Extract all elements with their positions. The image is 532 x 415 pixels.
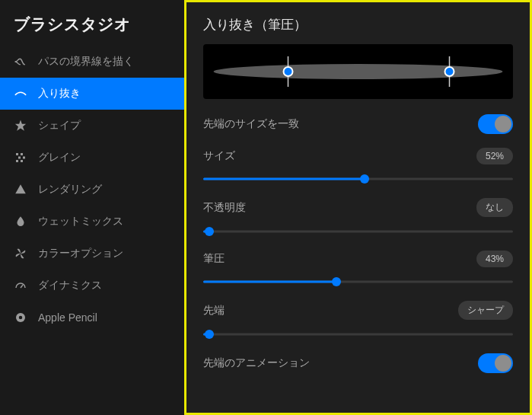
svg-rect-1	[21, 153, 23, 155]
sidebar-item-dynamics[interactable]: ダイナミクス	[0, 270, 184, 302]
sidebar-item-label: ウェットミックス	[38, 215, 123, 228]
toggle-knob	[495, 116, 511, 132]
sidebar-item-stroke-path[interactable]: パスの境界線を描く	[0, 46, 184, 78]
sidebar-item-rendering[interactable]: レンダリング	[0, 174, 184, 206]
size-slider[interactable]	[203, 168, 513, 190]
panel-title: 入り抜き（筆圧）	[203, 16, 513, 34]
sidebar-item-color-options[interactable]: カラーオプション	[0, 238, 184, 270]
size-label: サイズ	[203, 149, 235, 163]
toggle-knob	[495, 355, 511, 372]
row-match-tips: 先端のサイズを一致	[203, 114, 513, 134]
row-opacity: 不透明度 なし	[203, 198, 513, 217]
svg-rect-0	[16, 153, 18, 155]
sidebar-item-shape[interactable]: シェイプ	[0, 110, 184, 142]
svg-rect-2	[18, 157, 21, 159]
tip-value-badge: シャープ	[458, 301, 513, 320]
sidebar: ブラシスタジオ パスの境界線を描く 入り抜き シェイプ グレイン	[0, 0, 184, 415]
sidebar-nav: パスの境界線を描く 入り抜き シェイプ グレイン レンダリング	[0, 46, 184, 415]
taper-preview[interactable]	[203, 44, 513, 99]
opacity-value-badge: なし	[476, 198, 513, 217]
match-tips-toggle[interactable]	[478, 114, 513, 134]
content-panel: 入り抜き（筆圧） 先端のサイズを一致 サイズ 52% 不透明度 なし	[184, 0, 532, 415]
svg-point-7	[19, 316, 23, 320]
pressure-slider[interactable]	[203, 270, 513, 293]
sidebar-item-apple-pencil[interactable]: Apple Pencil	[0, 302, 184, 334]
tip-label: 先端	[203, 304, 225, 318]
sidebar-item-label: 入り抜き	[38, 87, 81, 101]
stroke-path-icon	[14, 55, 27, 69]
svg-rect-4	[16, 160, 18, 162]
sidebar-item-label: Apple Pencil	[38, 311, 97, 324]
sidebar-item-taper[interactable]: 入り抜き	[0, 78, 184, 110]
sidebar-item-label: カラーオプション	[38, 247, 123, 260]
grain-icon	[14, 151, 27, 164]
row-pressure: 筆圧 43%	[203, 251, 513, 267]
sidebar-item-label: レンダリング	[38, 183, 102, 196]
rendering-icon	[14, 183, 27, 196]
svg-rect-5	[21, 160, 23, 162]
opacity-label: 不透明度	[203, 201, 246, 215]
sidebar-item-label: シェイプ	[38, 119, 81, 132]
pressure-label: 筆圧	[203, 252, 225, 266]
opacity-slider[interactable]	[203, 220, 513, 243]
pressure-value-badge: 43%	[476, 251, 513, 267]
svg-rect-3	[23, 157, 25, 159]
svg-point-10	[284, 67, 293, 76]
sidebar-item-label: グレイン	[38, 151, 81, 164]
svg-point-12	[445, 67, 454, 76]
sidebar-item-grain[interactable]: グレイン	[0, 142, 184, 174]
match-tips-label: 先端のサイズを一致	[203, 117, 299, 131]
tip-slider[interactable]	[203, 323, 513, 346]
sidebar-title: ブラシスタジオ	[0, 0, 184, 46]
row-size: サイズ 52%	[203, 148, 513, 164]
droplet-icon	[14, 215, 27, 228]
sidebar-item-label: パスの境界線を描く	[38, 55, 134, 69]
taper-icon	[14, 87, 27, 101]
gauge-icon	[14, 279, 27, 292]
pencil-tip-icon	[14, 311, 27, 324]
pinwheel-icon	[14, 247, 27, 260]
taper-curve	[203, 44, 513, 99]
sidebar-item-wetmix[interactable]: ウェットミックス	[0, 206, 184, 238]
tip-anim-toggle[interactable]	[478, 353, 513, 373]
svg-point-8	[214, 64, 503, 79]
row-tip: 先端 シャープ	[203, 301, 513, 320]
tip-anim-label: 先端のアニメーション	[203, 356, 310, 370]
size-value-badge: 52%	[476, 148, 513, 164]
sidebar-item-label: ダイナミクス	[38, 279, 102, 292]
shape-icon	[14, 119, 27, 132]
row-tip-anim: 先端のアニメーション	[203, 353, 513, 373]
